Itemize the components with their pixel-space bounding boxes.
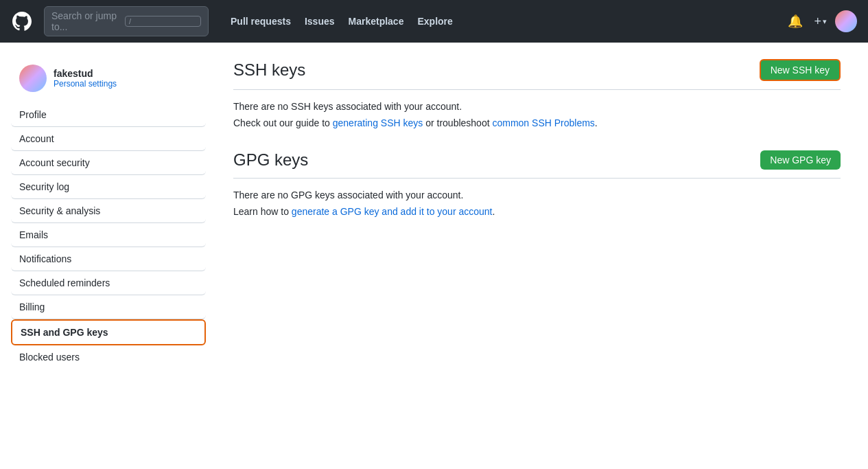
sidebar-item-profile: Profile: [11, 103, 206, 127]
sidebar-link-ssh-gpg-keys[interactable]: SSH and GPG keys: [11, 319, 206, 345]
nav-explore[interactable]: Explore: [412, 12, 458, 31]
ssh-section-header: SSH keys New SSH key: [233, 59, 841, 90]
sidebar-item-notifications: Notifications: [11, 247, 206, 271]
new-gpg-key-button[interactable]: New GPG key: [760, 150, 841, 170]
sidebar-link-notifications[interactable]: Notifications: [11, 247, 206, 271]
sidebar-item-emails: Emails: [11, 223, 206, 247]
gpg-section-title: GPG keys: [233, 150, 308, 170]
main-content: SSH keys New SSH key There are no SSH ke…: [217, 59, 857, 453]
github-logo-icon[interactable]: [11, 10, 33, 32]
nav-marketplace[interactable]: Marketplace: [343, 12, 410, 31]
sidebar-username: fakestud: [54, 68, 117, 79]
sidebar-link-account-security[interactable]: Account security: [11, 151, 206, 175]
page-layout: fakestud Personal settings Profile Accou…: [0, 43, 868, 469]
sidebar-link-billing[interactable]: Billing: [11, 295, 206, 319]
gpg-section-header: GPG keys New GPG key: [233, 150, 841, 179]
notifications-bell-icon[interactable]: 🔔: [785, 11, 806, 32]
gpg-guide-text: Learn how to generate a GPG key and add …: [233, 206, 841, 217]
ssh-problems-link[interactable]: common SSH Problems: [492, 117, 594, 128]
ssh-generating-link[interactable]: generating SSH keys: [333, 117, 423, 128]
search-shortcut: /: [125, 16, 201, 27]
sidebar-item-account: Account: [11, 127, 206, 151]
gpg-keys-section: GPG keys New GPG key There are no GPG ke…: [233, 150, 841, 217]
ssh-keys-section: SSH keys New SSH key There are no SSH ke…: [233, 59, 841, 128]
new-ssh-key-button[interactable]: New SSH key: [760, 59, 841, 81]
search-placeholder: Search or jump to...: [51, 10, 119, 32]
sidebar-item-ssh-gpg-keys: SSH and GPG keys: [11, 319, 206, 345]
sidebar-user-profile: fakestud Personal settings: [11, 59, 206, 103]
ssh-empty-text: There are no SSH keys associated with yo…: [233, 101, 841, 112]
gpg-empty-text: There are no GPG keys associated with yo…: [233, 190, 841, 201]
sidebar-link-emails[interactable]: Emails: [11, 223, 206, 247]
sidebar-item-blocked-users: Blocked users: [11, 345, 206, 369]
sidebar-personal-settings: Personal settings: [54, 79, 117, 89]
sidebar-link-security-analysis[interactable]: Security & analysis: [11, 199, 206, 223]
new-item-button[interactable]: +▾: [814, 14, 827, 29]
topnav-right: 🔔 +▾: [785, 10, 857, 32]
nav-links: Pull requests Issues Marketplace Explore: [225, 12, 458, 31]
gpg-generate-link[interactable]: generate a GPG key and add it to your ac…: [292, 206, 493, 217]
ssh-guide-prefix: Check out our guide to: [233, 117, 333, 128]
sidebar-avatar: [19, 65, 47, 92]
sidebar-item-account-security: Account security: [11, 151, 206, 175]
ssh-guide-text: Check out our guide to generating SSH ke…: [233, 117, 841, 128]
sidebar-link-account[interactable]: Account: [11, 127, 206, 151]
ssh-guide-suffix: .: [595, 117, 598, 128]
sidebar-link-security-log[interactable]: Security log: [11, 175, 206, 199]
top-navigation: Search or jump to... / Pull requests Iss…: [0, 0, 868, 43]
nav-pull-requests[interactable]: Pull requests: [225, 12, 296, 31]
gpg-guide-prefix: Learn how to: [233, 206, 292, 217]
sidebar-link-profile[interactable]: Profile: [11, 103, 206, 127]
sidebar-user-info: fakestud Personal settings: [54, 68, 117, 89]
settings-sidebar: fakestud Personal settings Profile Accou…: [11, 59, 217, 453]
gpg-guide-suffix: .: [492, 206, 495, 217]
search-bar[interactable]: Search or jump to... /: [44, 6, 209, 36]
user-avatar-menu[interactable]: [835, 10, 857, 32]
sidebar-nav-list: Profile Account Account security Securit…: [11, 103, 206, 369]
ssh-guide-middle: or troubleshoot: [423, 117, 492, 128]
sidebar-item-security-analysis: Security & analysis: [11, 199, 206, 223]
sidebar-item-security-log: Security log: [11, 175, 206, 199]
sidebar-item-scheduled-reminders: Scheduled reminders: [11, 271, 206, 295]
nav-issues[interactable]: Issues: [299, 12, 340, 31]
sidebar-item-billing: Billing: [11, 295, 206, 319]
sidebar-link-blocked-users[interactable]: Blocked users: [11, 345, 206, 369]
sidebar-link-scheduled-reminders[interactable]: Scheduled reminders: [11, 271, 206, 295]
ssh-section-title: SSH keys: [233, 60, 305, 80]
